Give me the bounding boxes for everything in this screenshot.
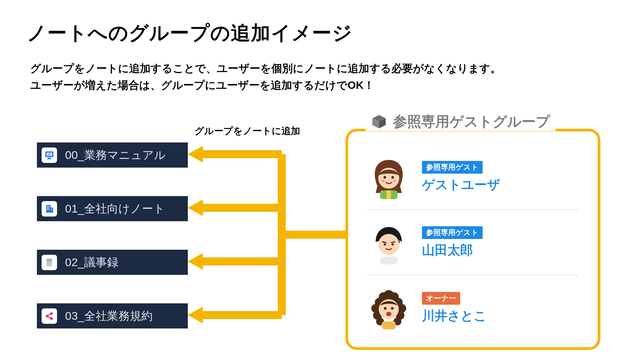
page-title: ノートへのグループの追加イメージ bbox=[27, 20, 353, 46]
note-card-1: 01_全社向けノート bbox=[37, 196, 188, 221]
svg-rect-10 bbox=[47, 209, 48, 210]
document-icon bbox=[42, 255, 57, 270]
svg-rect-9 bbox=[48, 207, 49, 208]
arrow-caption: グループをノートに追加 bbox=[195, 125, 300, 137]
svg-line-21 bbox=[48, 316, 51, 318]
svg-point-39 bbox=[378, 234, 399, 255]
svg-rect-7 bbox=[48, 206, 49, 207]
avatar bbox=[367, 287, 411, 330]
note-card-3: 03_全社業務規約 bbox=[37, 303, 188, 328]
guest-group-panel: 参照専用ゲスト ゲストユーザ 参 bbox=[345, 129, 600, 350]
note-label: 01_全社向けノート bbox=[65, 201, 165, 217]
svg-rect-58 bbox=[382, 321, 396, 329]
svg-point-40 bbox=[384, 243, 386, 245]
group-member-2: オーナー 川井さとこ bbox=[367, 276, 579, 341]
svg-point-51 bbox=[383, 290, 394, 300]
svg-rect-3 bbox=[47, 159, 51, 159]
note-label: 02_議事録 bbox=[65, 255, 118, 270]
description-line-2: ユーザーが増えた場合は、グループにユーザーを追加するだけでOK！ bbox=[30, 79, 374, 91]
svg-rect-11 bbox=[48, 209, 49, 210]
svg-point-35 bbox=[382, 179, 385, 182]
svg-point-41 bbox=[391, 243, 394, 245]
distribution-arrows bbox=[188, 141, 345, 328]
monitor-icon bbox=[42, 147, 57, 163]
svg-rect-6 bbox=[47, 206, 48, 207]
svg-point-34 bbox=[391, 176, 394, 179]
role-badge: 参照専用ゲスト bbox=[422, 226, 483, 239]
svg-rect-13 bbox=[51, 209, 52, 210]
avatar bbox=[367, 156, 411, 199]
svg-marker-31 bbox=[188, 307, 203, 323]
group-title-text: 参照専用ゲストグループ bbox=[393, 112, 550, 131]
svg-point-36 bbox=[393, 179, 396, 182]
cube-icon bbox=[371, 114, 387, 130]
svg-rect-12 bbox=[51, 208, 52, 209]
svg-point-56 bbox=[391, 307, 394, 310]
svg-point-33 bbox=[383, 176, 386, 179]
note-card-2: 02_議事録 bbox=[37, 250, 188, 275]
svg-rect-38 bbox=[387, 190, 391, 199]
member-name: 川井さとこ bbox=[422, 307, 487, 324]
svg-rect-16 bbox=[49, 258, 50, 260]
svg-line-20 bbox=[48, 314, 51, 315]
description-line-1: グループをノートに追加することで、ユーザーを個別にノートに追加する必要がなくなり… bbox=[30, 62, 501, 74]
note-label: 00_業務マニュアル bbox=[65, 147, 166, 163]
svg-point-55 bbox=[384, 307, 387, 310]
svg-marker-29 bbox=[188, 199, 203, 216]
svg-rect-8 bbox=[47, 207, 48, 208]
svg-rect-1 bbox=[46, 152, 53, 156]
group-title: 参照専用ゲストグループ bbox=[366, 112, 555, 131]
svg-rect-42 bbox=[380, 256, 397, 264]
svg-point-57 bbox=[386, 312, 391, 316]
note-card-0: 00_業務マニュアル bbox=[37, 142, 188, 168]
svg-marker-30 bbox=[188, 253, 203, 270]
member-name: 山田太郎 bbox=[422, 242, 483, 259]
group-member-1: 参照専用ゲスト 山田太郎 bbox=[367, 210, 579, 276]
role-badge: 参照専用ゲスト bbox=[422, 161, 483, 174]
avatar bbox=[367, 221, 411, 264]
member-name: ゲストユーザ bbox=[422, 176, 500, 193]
share-icon bbox=[42, 308, 57, 324]
svg-rect-2 bbox=[48, 158, 51, 159]
role-badge: オーナー bbox=[422, 292, 460, 305]
note-label: 03_全社業務規約 bbox=[65, 308, 153, 324]
svg-marker-28 bbox=[188, 146, 203, 163]
group-member-0: 参照専用ゲスト ゲストユーザ bbox=[367, 145, 579, 210]
building-icon bbox=[42, 201, 57, 217]
description: グループをノートに追加することで、ユーザーを個別にノートに追加する必要がなくなり… bbox=[30, 60, 501, 94]
